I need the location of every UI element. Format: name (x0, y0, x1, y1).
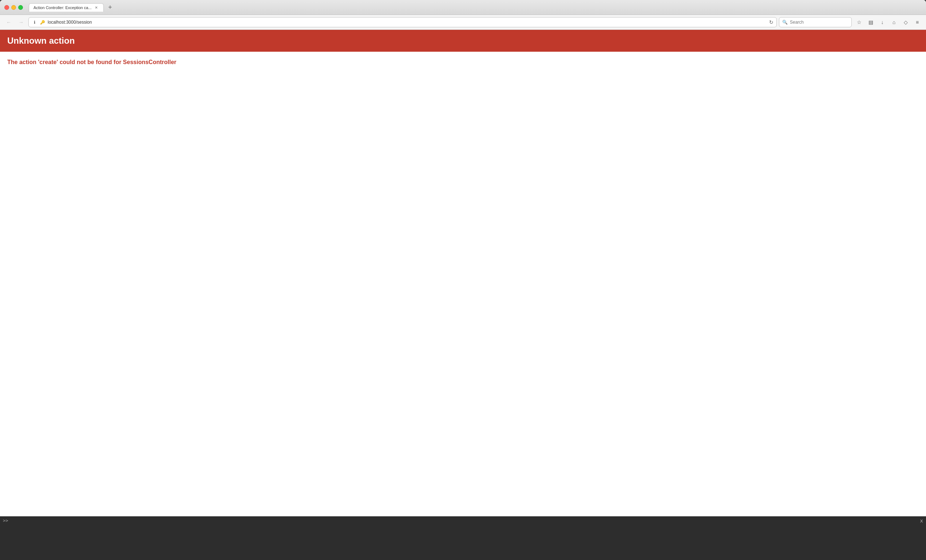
menu-icon[interactable]: ≡ (912, 17, 922, 27)
search-icon: 🔍 (782, 20, 788, 25)
close-button[interactable] (5, 5, 9, 10)
terminal-close-button[interactable]: x (920, 518, 923, 524)
error-header: Unknown action (0, 30, 926, 52)
download-icon[interactable]: ↓ (877, 17, 887, 27)
pocket-icon[interactable]: ◇ (900, 17, 911, 27)
browser-window: Action Controller: Exception ca... × + ←… (0, 0, 926, 516)
info-icon: ℹ (32, 19, 38, 25)
address-bar[interactable]: ℹ 🔑 ↻ (29, 17, 777, 27)
maximize-button[interactable] (18, 5, 23, 10)
terminal-prompt: >> (3, 518, 8, 523)
search-bar[interactable]: 🔍 (779, 17, 852, 27)
error-body: The action 'create' could not be found f… (0, 52, 926, 73)
forward-icon: → (18, 19, 24, 25)
lock-icon: 🔑 (40, 19, 45, 25)
bookmark-icon[interactable]: ☆ (854, 17, 864, 27)
page-content: Unknown action The action 'create' could… (0, 30, 926, 516)
error-title: Unknown action (7, 36, 919, 46)
terminal-header: >> x (3, 518, 923, 524)
url-input[interactable] (48, 20, 767, 25)
home-icon[interactable]: ⌂ (889, 17, 899, 27)
title-bar: Action Controller: Exception ca... × + (0, 0, 926, 15)
traffic-lights (5, 5, 23, 10)
active-tab[interactable]: Action Controller: Exception ca... × (29, 3, 104, 12)
search-input[interactable] (790, 20, 849, 25)
back-button[interactable]: ← (4, 17, 14, 27)
back-icon: ← (6, 19, 11, 25)
nav-bar: ← → ℹ 🔑 ↻ 🔍 ☆ ▤ ↓ ⌂ ◇ ≡ (0, 15, 926, 30)
tab-bar: Action Controller: Exception ca... × + (29, 3, 921, 12)
tab-title: Action Controller: Exception ca... (33, 6, 92, 10)
terminal-panel: >> x (0, 516, 926, 560)
forward-button[interactable]: → (16, 17, 26, 27)
reload-button[interactable]: ↻ (769, 19, 773, 25)
error-message: The action 'create' could not be found f… (7, 59, 919, 65)
minimize-button[interactable] (11, 5, 16, 10)
new-tab-button[interactable]: + (105, 3, 115, 12)
toolbar-icons: ☆ ▤ ↓ ⌂ ◇ ≡ (854, 17, 922, 27)
tab-close-button[interactable]: × (94, 5, 99, 10)
terminal-body (3, 524, 923, 527)
reader-view-icon[interactable]: ▤ (865, 17, 876, 27)
